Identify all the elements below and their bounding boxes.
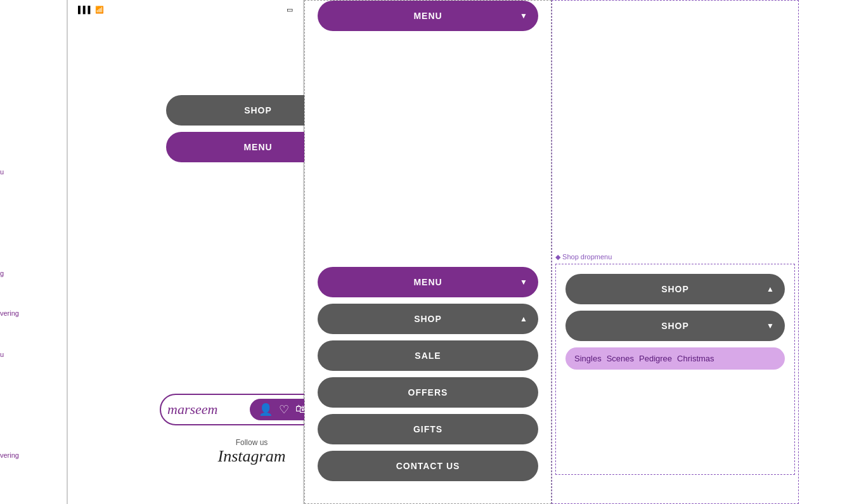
heart-icon[interactable]: ♡: [276, 403, 292, 417]
shop-dropmenu-label: ◆ Shop dropmenu: [555, 253, 612, 261]
menu-chevron-icon: ▼: [520, 278, 528, 287]
middle-offers-button[interactable]: OFFERS: [318, 377, 538, 408]
edge-link-1[interactable]: u: [0, 168, 4, 176]
top-menu-chevron-icon: ▼: [520, 11, 528, 20]
right-shop-chevron-down-icon: ▼: [766, 321, 775, 330]
middle-shop-button[interactable]: SHOP ▲: [318, 304, 538, 334]
right-panel: ◆ Shop dropmenu SHOP ▲ SHOP ▼ Singles Sc…: [552, 0, 799, 504]
left-edge-text: u g vering u vering: [0, 0, 67, 504]
mobile-frame: ▌▌▌ 📶 ▭ SHOP ▼ MENU ▼ marseem 👤 ♡: [67, 0, 304, 504]
dropdown-items-row: Singles Scenes Pedigree Christmas: [565, 347, 785, 370]
dropdown-item-pedigree[interactable]: Pedigree: [639, 354, 672, 363]
edge-link-5[interactable]: vering: [0, 451, 19, 459]
dropdown-item-scenes[interactable]: Scenes: [607, 354, 634, 363]
dropmenu-box: SHOP ▲ SHOP ▼ Singles Scenes Pedigree Ch…: [555, 264, 795, 475]
dropdown-item-singles[interactable]: Singles: [574, 354, 602, 363]
battery-icon: ▭: [287, 6, 293, 14]
status-icons: ▌▌▌ 📶: [78, 6, 104, 14]
middle-gifts-button[interactable]: GIFTS: [318, 414, 538, 444]
signal-icon: ▌▌▌: [78, 6, 93, 13]
middle-sale-button[interactable]: SALE: [318, 340, 538, 371]
right-shop-button-2[interactable]: SHOP ▼: [565, 311, 785, 341]
shop-chevron-up-icon: ▲: [520, 314, 528, 323]
middle-panel: MENU ▼ MENU ▼ SHOP ▲ SALE OFFERS GIFTS C…: [304, 0, 552, 504]
user-icon[interactable]: 👤: [256, 403, 275, 417]
dropdown-item-christmas[interactable]: Christmas: [677, 354, 714, 363]
marseem-logo: marseem: [167, 401, 245, 418]
middle-top-menu: MENU ▼: [318, 1, 538, 31]
edge-link-3[interactable]: vering: [0, 309, 19, 317]
middle-contact-button[interactable]: CONTACT US: [318, 451, 538, 481]
mobile-status-bar: ▌▌▌ 📶 ▭: [68, 0, 303, 19]
left-panel: u g vering u vering ▌▌▌ 📶 ▭ SHOP ▼ MENU …: [0, 0, 304, 504]
wifi-icon: 📶: [95, 6, 104, 14]
middle-menu-button[interactable]: MENU ▼: [318, 267, 538, 297]
middle-bottom-section: MENU ▼ SHOP ▲ SALE OFFERS GIFTS CONTACT …: [318, 267, 538, 488]
middle-top-menu-button[interactable]: MENU ▼: [318, 1, 538, 31]
edge-link-4[interactable]: u: [0, 351, 4, 358]
edge-link-2[interactable]: g: [0, 269, 4, 277]
right-shop-button-1[interactable]: SHOP ▲: [565, 274, 785, 304]
right-shop-chevron-up-icon: ▲: [766, 285, 775, 294]
